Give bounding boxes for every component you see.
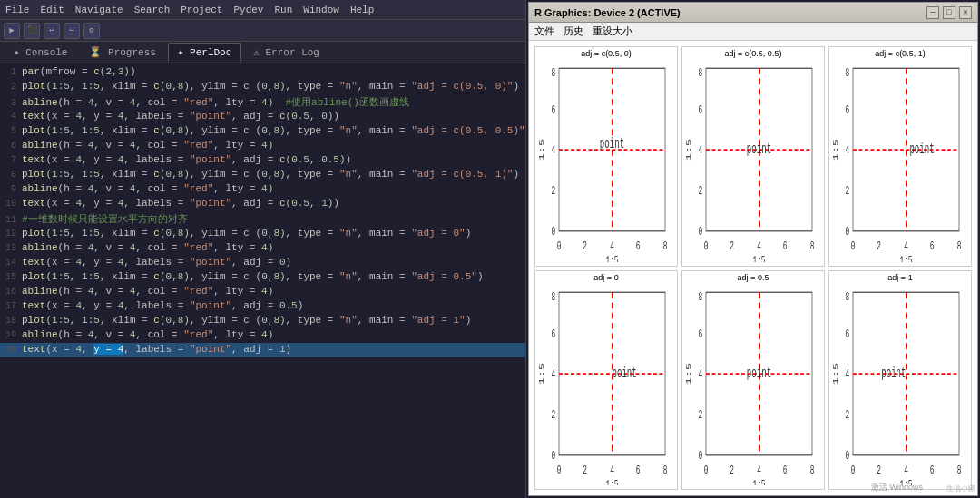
svg-text:6: 6 (845, 103, 849, 117)
maximize-button[interactable]: □ (943, 6, 956, 19)
svg-text:6: 6 (551, 103, 555, 117)
svg-text:2: 2 (730, 239, 734, 253)
svg-text:6: 6 (698, 327, 702, 340)
svg-text:0: 0 (851, 239, 856, 253)
svg-text:0: 0 (551, 225, 555, 239)
svg-text:1:5: 1:5 (752, 254, 765, 262)
svg-text:4: 4 (551, 144, 555, 158)
code-line-10: 10 text(x = 4, y = 4, labels = "point", … (0, 197, 525, 211)
toolbar-btn-2[interactable]: ⬛ (24, 23, 40, 39)
svg-text:point: point (909, 142, 934, 158)
svg-text:1:5: 1:5 (832, 139, 840, 161)
svg-text:8: 8 (810, 464, 815, 477)
toolbar-btn-3[interactable]: ↩ (44, 23, 60, 39)
r-graphics-window: R Graphics: Device 2 (ACTIVE) ─ □ ✕ 文件 历… (528, 2, 978, 496)
svg-text:0: 0 (851, 464, 856, 477)
plot-cell-2: adj = c(0.5, 0.5) 0 2 4 6 8 0 2 4 6 8 1:… (681, 46, 825, 267)
svg-text:2: 2 (845, 408, 849, 422)
svg-text:2: 2 (551, 184, 555, 198)
graphics-menu-file[interactable]: 文件 (534, 24, 554, 38)
plot-svg-1: 0 2 4 6 8 0 2 4 6 8 1:5 1:5 point (535, 58, 677, 262)
plot-cell-5: adj = 0.5 0 2 4 6 8 0 2 4 6 8 1:5 1:5 po… (681, 270, 825, 491)
menu-window[interactable]: Window (303, 5, 339, 15)
svg-text:4: 4 (610, 464, 614, 477)
svg-text:8: 8 (698, 290, 702, 304)
plot-cell-1: adj = c(0.5, 0) 0 2 4 6 8 0 2 4 6 8 (534, 46, 678, 267)
svg-text:2: 2 (698, 408, 702, 422)
svg-text:1:5: 1:5 (538, 139, 546, 161)
menu-search[interactable]: Search (134, 5, 171, 15)
window-title: R Graphics: Device 2 (ACTIVE) (534, 7, 681, 18)
code-line-1: 1 par(mfrow = c(2,3)) (0, 65, 525, 80)
graphics-menu-history[interactable]: 历史 (564, 24, 583, 38)
svg-text:point: point (881, 366, 906, 382)
svg-text:1:5: 1:5 (752, 477, 765, 485)
svg-text:8: 8 (845, 290, 849, 304)
tab-errorlog[interactable]: ⚠ Error Log (243, 43, 329, 62)
svg-text:2: 2 (730, 464, 734, 477)
svg-text:1:5: 1:5 (899, 254, 912, 262)
plot-svg-3: 0 2 4 6 8 0 2 4 6 8 1:5 1:5 point (829, 58, 971, 262)
plot-title-3: adj = c(0.5, 1) (829, 47, 971, 58)
plot-svg-6: 0 2 4 6 8 0 2 4 6 8 1:5 1:5 point (829, 282, 971, 486)
svg-text:1:5: 1:5 (605, 477, 618, 485)
svg-text:6: 6 (845, 327, 849, 340)
plot-svg-5: 0 2 4 6 8 0 2 4 6 8 1:5 1:5 point (682, 282, 824, 486)
svg-text:8: 8 (957, 464, 962, 477)
tab-bar: ✦ Console ⏳ Progress ✦ PerlDoc ⚠ Error L… (0, 42, 525, 63)
menu-project[interactable]: Project (181, 5, 222, 15)
code-line-18: 18 plot(1:5, 1:5, xlim = c(0,8), ylim = … (0, 314, 525, 328)
toolbar-btn-1[interactable]: ▶ (4, 23, 20, 39)
plot-title-5: adj = 0.5 (682, 271, 824, 282)
plot-cell-6: adj = 1 0 2 4 6 8 0 2 4 6 8 1:5 1:5 poin… (828, 270, 972, 491)
svg-text:6: 6 (930, 464, 935, 477)
tab-console[interactable]: ✦ Console (4, 43, 77, 62)
code-line-3: 3 abline(h = 4, v = 4, col = "red", lty … (0, 94, 525, 110)
tab-perldoc[interactable]: ✦ PerlDoc (168, 43, 241, 62)
plot-svg-4: 0 2 4 6 8 0 2 4 6 8 1:5 1:5 point (535, 282, 677, 486)
tab-progress[interactable]: ⏳ Progress (79, 43, 165, 62)
close-button[interactable]: ✕ (959, 6, 972, 19)
svg-text:4: 4 (845, 367, 849, 381)
svg-text:6: 6 (783, 464, 788, 477)
svg-text:2: 2 (551, 408, 555, 422)
svg-text:6: 6 (551, 327, 555, 340)
menu-help[interactable]: Help (350, 5, 374, 15)
toolbar-btn-4[interactable]: ↪ (64, 23, 80, 39)
code-area[interactable]: 1 par(mfrow = c(2,3)) 2 plot(1:5, 1:5, x… (0, 63, 525, 498)
svg-text:6: 6 (698, 103, 702, 117)
svg-text:0: 0 (557, 239, 562, 253)
toolbar-btn-5[interactable]: ⚙ (83, 23, 100, 39)
svg-text:0: 0 (698, 225, 702, 239)
svg-text:point: point (600, 135, 624, 151)
svg-text:0: 0 (698, 449, 702, 463)
svg-text:point: point (747, 142, 771, 158)
svg-text:2: 2 (877, 239, 881, 253)
menu-file[interactable]: File (5, 5, 29, 15)
svg-text:2: 2 (698, 184, 702, 198)
code-line-16: 16 abline(h = 4, v = 4, col = "red", lty… (0, 285, 525, 299)
graphics-menu-resize[interactable]: 重设大小 (593, 24, 632, 38)
minimize-button[interactable]: ─ (926, 6, 939, 19)
svg-text:4: 4 (698, 144, 702, 158)
plot-title-6: adj = 1 (829, 271, 971, 282)
svg-text:4: 4 (757, 464, 761, 477)
svg-text:1:5: 1:5 (538, 362, 546, 384)
window-titlebar: R Graphics: Device 2 (ACTIVE) ─ □ ✕ (529, 3, 977, 23)
activate-windows-text: 激活 Windows (871, 482, 923, 493)
menu-run[interactable]: Run (274, 5, 292, 15)
svg-text:point: point (612, 366, 637, 382)
svg-text:1:5: 1:5 (685, 139, 693, 161)
code-line-2: 2 plot(1:5, 1:5, xlim = c(0,8), ylim = c… (0, 80, 525, 94)
svg-text:2: 2 (583, 239, 587, 253)
menu-edit[interactable]: Edit (40, 5, 64, 15)
menu-pydev[interactable]: Pydev (233, 5, 263, 15)
svg-text:4: 4 (698, 367, 702, 381)
svg-text:4: 4 (551, 367, 555, 381)
svg-text:8: 8 (663, 239, 668, 253)
svg-text:8: 8 (957, 239, 962, 253)
plots-grid: adj = c(0.5, 0) 0 2 4 6 8 0 2 4 6 8 (529, 41, 977, 495)
plot-title-4: adj = 0 (535, 271, 677, 282)
menu-navigate[interactable]: Navigate (75, 5, 123, 15)
code-line-7: 7 text(x = 4, y = 4, labels = "point", a… (0, 153, 525, 168)
